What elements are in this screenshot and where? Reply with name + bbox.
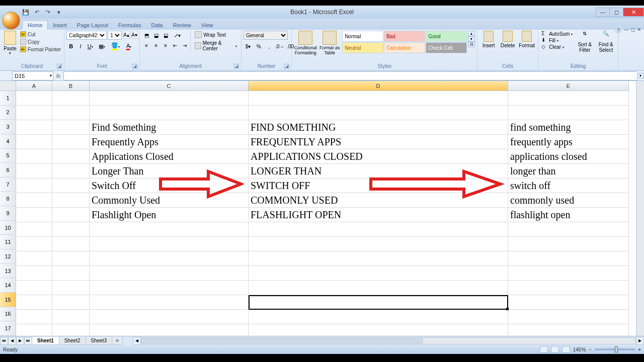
col-header-a[interactable]: A (16, 81, 52, 91)
align-left-button[interactable]: ≡ (142, 41, 151, 50)
tab-home[interactable]: Home (22, 20, 48, 30)
cell-E13[interactable] (508, 266, 629, 281)
cell-C6[interactable]: Longer Than (90, 164, 249, 178)
sheet-tab-2[interactable]: Sheet2 (59, 337, 86, 345)
col-header-d[interactable]: D (249, 81, 508, 91)
italic-button[interactable]: I (76, 42, 85, 51)
cell-D1[interactable] (249, 91, 508, 106)
align-middle-button[interactable]: ⬓ (151, 31, 160, 40)
align-bottom-button[interactable]: ⬓ (161, 31, 170, 40)
cell-B7[interactable] (52, 178, 90, 193)
delete-cells-button[interactable]: Delete (499, 31, 517, 48)
cell-D15[interactable] (249, 295, 508, 310)
cell-B3[interactable] (52, 120, 90, 135)
row-header-16[interactable]: 16 (0, 307, 16, 322)
row-header-15[interactable]: 15 (0, 293, 16, 307)
tab-formulas[interactable]: Formulas (113, 21, 146, 30)
find-select-button[interactable]: 🔍Find & Select (596, 31, 616, 53)
format-as-table-button[interactable]: Format as Table (318, 31, 341, 55)
row-header-17[interactable]: 17 (0, 321, 16, 336)
row-header-10[interactable]: 10 (0, 221, 16, 235)
cell-C12[interactable] (90, 251, 249, 266)
cell-D17[interactable] (249, 324, 508, 336)
horizontal-scrollbar[interactable]: ◀ ▶ (133, 337, 644, 345)
select-all-corner[interactable] (0, 81, 16, 91)
cell-E7[interactable]: switch off (508, 178, 629, 193)
font-color-button[interactable]: A▾ (122, 42, 135, 51)
cell-E6[interactable]: longer than (508, 164, 629, 178)
cell-B6[interactable] (52, 164, 90, 178)
cell-B15[interactable] (52, 295, 90, 310)
cell-D2[interactable] (249, 106, 508, 120)
cell-B17[interactable] (52, 324, 90, 336)
zoom-level[interactable]: 145% (573, 347, 586, 352)
cell-A6[interactable] (16, 164, 52, 178)
vertical-scrollbar[interactable] (636, 81, 644, 336)
cell-E10[interactable] (508, 222, 629, 237)
name-box[interactable]: D15▾ (12, 71, 53, 80)
view-normal-button[interactable] (540, 346, 548, 353)
alignment-dialog-icon[interactable]: ◢ (234, 64, 239, 69)
cell-C2[interactable] (90, 106, 249, 120)
cell-A15[interactable] (16, 295, 52, 310)
row-header-6[interactable]: 6 (0, 163, 16, 177)
tab-nav-last-icon[interactable]: ⏭ (24, 337, 32, 345)
cell-A12[interactable] (16, 251, 52, 266)
format-cells-button[interactable]: Format (518, 31, 536, 48)
fx-icon[interactable]: fx (53, 73, 63, 79)
tab-data[interactable]: Data (146, 21, 168, 30)
style-neutral[interactable]: Neutral (342, 42, 383, 53)
zoom-in-button[interactable]: + (638, 347, 641, 352)
cell-D7[interactable]: SWITCH OFF (249, 178, 508, 193)
cell-D9[interactable]: FLASHLIGHT OPEN (249, 208, 508, 222)
cell-C13[interactable] (90, 266, 249, 281)
cell-A16[interactable] (16, 310, 52, 324)
tab-nav-first-icon[interactable]: ⏮ (0, 337, 8, 345)
cell-A9[interactable] (16, 208, 52, 222)
col-header-b[interactable]: B (52, 81, 90, 91)
cell-D14[interactable] (249, 281, 508, 295)
row-header-7[interactable]: 7 (0, 177, 16, 192)
style-normal[interactable]: Normal (342, 31, 383, 42)
row-header-13[interactable]: 13 (0, 264, 16, 279)
zoom-slider[interactable] (595, 348, 635, 350)
insert-cells-button[interactable]: Insert (479, 31, 498, 48)
cell-C7[interactable]: Switch Off (90, 178, 249, 193)
cell-B12[interactable] (52, 251, 90, 266)
formula-input[interactable] (63, 71, 637, 80)
increase-indent-button[interactable]: ⇥ (180, 41, 189, 50)
cell-C1[interactable] (90, 91, 249, 106)
merge-center-button[interactable]: Merge & Center▾ (193, 40, 239, 52)
tab-review[interactable]: Review (168, 21, 196, 30)
sheet-tab-1[interactable]: Sheet1 (32, 337, 59, 345)
workbook-minimize-icon[interactable]: — (624, 27, 629, 34)
cell-E4[interactable]: frequently apps (508, 135, 629, 149)
cell-A8[interactable] (16, 193, 52, 208)
cell-C9[interactable]: Flashlight Open (90, 208, 249, 222)
paste-button[interactable]: Paste ▾ (2, 31, 18, 55)
cell-B11[interactable] (52, 237, 90, 251)
align-center-button[interactable]: ≡ (151, 41, 160, 50)
cell-D8[interactable]: COMMONLY USED (249, 193, 508, 208)
style-calculation[interactable]: Calculation (384, 42, 425, 53)
increase-decimal-button[interactable]: .0→ (275, 42, 284, 51)
cell-E3[interactable]: find something (508, 120, 629, 135)
format-painter-button[interactable]: ✏Format Painter (19, 46, 62, 53)
underline-button[interactable]: U▾ (86, 42, 95, 51)
cell-C14[interactable] (90, 281, 249, 295)
orientation-button[interactable]: ⤢▾ (171, 31, 184, 40)
row-header-5[interactable]: 5 (0, 149, 16, 163)
minimize-button[interactable]: — (596, 8, 610, 17)
cell-A17[interactable] (16, 324, 52, 336)
cell-E5[interactable]: applications closed (508, 149, 629, 164)
cell-A1[interactable] (16, 91, 52, 106)
cut-button[interactable]: ✂Cut (19, 31, 62, 38)
cell-D4[interactable]: FREQUENTLY APPS (249, 135, 508, 149)
fill-color-button[interactable]: 🪣▾ (109, 42, 122, 51)
shrink-font-button[interactable]: A▾ (131, 31, 138, 39)
cell-E2[interactable] (508, 106, 629, 120)
cell-E8[interactable]: commonly used (508, 193, 629, 208)
sort-filter-button[interactable]: ⇅Sort & Filter (575, 31, 595, 53)
row-header-2[interactable]: 2 (0, 106, 16, 120)
maximize-button[interactable]: ◻ (609, 8, 623, 17)
